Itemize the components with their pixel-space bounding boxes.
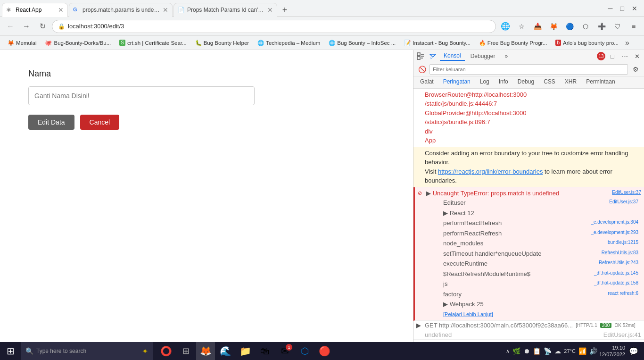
taskbar-app1[interactable]: 🔴 (315, 342, 334, 360)
devtools-inspect-icon[interactable] (415, 51, 426, 61)
taskbar-items: ⭕ ⊞ 🦊 🌊 📁 🛍 ✉ 1 ⬡ 🔴 (153, 342, 502, 360)
taskbar-store[interactable]: 🛍 (256, 342, 274, 360)
devtools-console-tab[interactable]: Konsol (440, 51, 465, 61)
bookmark-bugbounty-helper[interactable]: 🐛 Bug Bounty Helper (191, 39, 253, 47)
app1-icon: 🔴 (319, 345, 330, 357)
address-bar[interactable]: 🔒 localhost:3000/edit/3 (52, 20, 496, 33)
bookmark-arlo[interactable]: b Arlo's bug bounty pro... (552, 39, 622, 47)
shield-button[interactable]: 🛡 (611, 20, 624, 33)
bookmark-icon-techiepedia: 🌐 (257, 40, 264, 46)
file-settimeout[interactable]: RefreshUtils.js:83 (602, 249, 638, 259)
subtab-log[interactable]: Log (475, 76, 494, 89)
expand-webpack: ▶ (443, 301, 450, 308)
bookmark-memulai[interactable]: 🦊 Memulai (4, 39, 40, 47)
expand-error[interactable]: ▶ (426, 190, 433, 197)
devtools-filter-input[interactable] (429, 64, 628, 75)
bookmark-bugbounty-infosec[interactable]: 🌐 Bug Bounty – InfoSec ... (325, 39, 399, 47)
subtab-xhr[interactable]: XHR (560, 76, 581, 89)
extension2[interactable]: ⬡ (579, 20, 592, 33)
subtab-permintaan[interactable]: Permintaan (581, 76, 619, 89)
devtools-dock-button[interactable]: □ (607, 51, 618, 61)
subtab-galat[interactable]: Galat (415, 76, 438, 89)
stack-perform1: performReactRefresh _e.development.js:30… (426, 218, 641, 228)
subtab-peringatan[interactable]: Peringatan (438, 76, 475, 89)
maximize-button[interactable]: □ (618, 5, 627, 12)
bookmark-techiepedia[interactable]: 🌐 Techiepedia – Medium (254, 39, 324, 47)
name-input[interactable] (28, 86, 255, 105)
tab-close-id[interactable]: ✕ (267, 6, 273, 14)
tray-icon-1: 🌿 (512, 347, 520, 355)
extension3[interactable]: ➕ (595, 20, 608, 33)
taskbar-file-manager[interactable]: 📁 (236, 342, 255, 360)
bookmark-bugbounty-dorks[interactable]: 🐙 Bug-Bounty-Dorks/Bu... (41, 39, 115, 47)
devtools-more-button[interactable]: ⋯ (619, 51, 630, 61)
devtools-close-button[interactable]: ✕ (632, 51, 642, 61)
devtools-console-icon[interactable]: >_ (428, 51, 438, 61)
extension1[interactable]: 🔵 (563, 20, 576, 33)
stack-edituser: Edituser EditUser.js:37 (426, 198, 641, 208)
vscode-icon: ⬡ (301, 345, 309, 357)
forward-button[interactable]: → (20, 20, 33, 33)
subtab-info[interactable]: Info (494, 76, 513, 89)
file-node[interactable]: bundle.js:1215 (608, 239, 638, 248)
subtab-css[interactable]: CSS (539, 76, 560, 89)
learn-more-link[interactable]: [Pelajari Lebih Lanjut] (426, 310, 641, 319)
error-file[interactable]: EditUser.js:37 (612, 189, 641, 196)
taskbar-task-view[interactable]: ⊞ (176, 342, 195, 360)
taskbar-vscode[interactable]: ⬡ (295, 342, 314, 360)
firefox-account[interactable]: 🦊 (547, 20, 560, 33)
star-button[interactable]: ☆ (515, 20, 528, 33)
devtools-debugger-tab[interactable]: Debugger (467, 52, 499, 60)
cancel-button[interactable]: Cancel (80, 115, 120, 130)
file-execute[interactable]: RefreshUtils.js:243 (599, 259, 638, 268)
notification-button[interactable]: 💬 (627, 347, 640, 356)
file-react-refresh[interactable]: _df.hot-update.js:145 (594, 269, 638, 279)
bookmark-free-bounty[interactable]: 🔥 Free Bug Bounty Progr... (475, 39, 551, 47)
info-text-1: Consider adding an error boundary to you… (425, 149, 641, 167)
subtab-debug[interactable]: Debug (513, 76, 539, 89)
devtools-clear-button[interactable]: 🚫 (416, 64, 428, 75)
translate-button[interactable]: 🌐 (499, 20, 512, 33)
devtools-more-tabs[interactable]: » (501, 52, 512, 60)
minimize-button[interactable]: ─ (605, 5, 616, 12)
file-undefined-1[interactable]: EditUser.js:41 (603, 331, 641, 338)
store-icon: 🛍 (260, 346, 270, 357)
close-button[interactable]: ✕ (629, 5, 640, 12)
tab-close-react[interactable]: ✕ (58, 6, 64, 14)
taskbar-search-box[interactable]: 🔍 Type here to search ✦ (21, 342, 153, 360)
error-boundary-link[interactable]: https://reactjs.org/link/error-boundarie… (438, 168, 543, 175)
console-error-entry: ⊘ ▶ Uncaught TypeError: props.match is u… (413, 187, 644, 321)
back-button[interactable]: ← (4, 20, 17, 33)
file-js[interactable]: _df.hot-update.js:158 (594, 279, 638, 289)
stack-node: node_modules bundle.js:1215 (426, 238, 641, 249)
devtools-top-bar: >_ Konsol Debugger » 13 □ ⋯ ✕ (413, 50, 644, 63)
taskbar-cortana[interactable]: ⭕ (157, 342, 175, 360)
pocket-button[interactable]: 📥 (531, 20, 544, 33)
tab-favicon-doc: 📄 (178, 7, 184, 13)
file-perform2[interactable]: _e.development.js:293 (591, 229, 638, 238)
bookmark-crtsh[interactable]: S crt.sh | Certificate Sear... (116, 39, 190, 47)
start-button[interactable]: ⊞ (0, 342, 21, 360)
devtools-settings-button[interactable]: ⚙ (630, 64, 641, 75)
bookmark-icon-dorks: 🐙 (45, 40, 52, 46)
file-factory[interactable]: react refresh:6 (608, 290, 638, 299)
file-edituser[interactable]: EditUser.js:37 (609, 198, 638, 208)
taskbar-mail[interactable]: ✉ 1 (275, 342, 294, 360)
file-perform1[interactable]: _e.development.js:304 (591, 218, 638, 228)
show-hidden-icons[interactable]: ∧ (506, 348, 510, 354)
tab-props-id[interactable]: 📄 Props Match Params Id can't b... ✕ (173, 3, 277, 17)
menu-button[interactable]: ≡ (627, 20, 640, 33)
page-field-label: Nama (28, 69, 385, 79)
taskbar-firefox[interactable]: 🦊 (196, 342, 215, 360)
tab-props-match[interactable]: G props.match.params is undefin... ✕ (69, 3, 173, 17)
taskbar-edge[interactable]: 🌊 (216, 342, 235, 360)
stack-line-6: App (425, 136, 641, 145)
taskbar-clock[interactable]: 19:10 12/07/2022 (599, 344, 625, 358)
refresh-button[interactable]: ↻ (36, 20, 49, 33)
edit-data-button[interactable]: Edit Data (28, 115, 74, 130)
bookmarks-more[interactable]: » (625, 39, 629, 47)
tab-react-app[interactable]: ⚛ React App ✕ (2, 3, 68, 17)
bookmark-instacart[interactable]: 📝 Instacart - Bug Bounty... (400, 39, 474, 47)
tab-close-props[interactable]: ✕ (163, 6, 168, 14)
new-tab-button[interactable]: + (278, 4, 291, 17)
